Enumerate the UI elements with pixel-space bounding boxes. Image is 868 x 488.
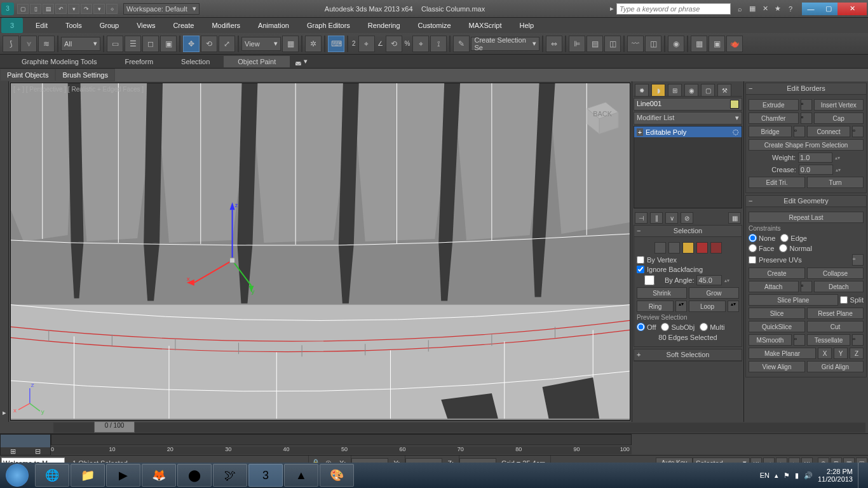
curve-editor[interactable]: 〰: [627, 36, 644, 52]
preserve-uvs-check[interactable]: [749, 256, 756, 264]
menu-create[interactable]: Create: [164, 19, 203, 32]
preview-multi-radio[interactable]: Multi: [700, 323, 724, 331]
time-slider-handle[interactable]: 0 / 100: [94, 421, 135, 433]
detach-button[interactable]: Detach: [814, 281, 864, 292]
menu-customize[interactable]: Customize: [409, 19, 460, 32]
planar-z[interactable]: Z: [850, 348, 864, 359]
object-name-field[interactable]: Line001: [634, 98, 742, 111]
qat-undo[interactable]: ↶: [55, 4, 67, 14]
trackbar-toggle[interactable]: ⊞: [1, 447, 25, 455]
time-slider[interactable]: 0 / 100: [53, 423, 865, 433]
graphite-toggle[interactable]: ◫: [604, 36, 621, 52]
layer-manager[interactable]: ▤: [587, 36, 603, 52]
weight-spinner[interactable]: [798, 152, 832, 163]
select-by-name[interactable]: ☰: [125, 36, 141, 52]
cut-button[interactable]: Cut: [807, 321, 864, 332]
remove-modifier[interactable]: ⊘: [681, 212, 693, 224]
chamfer-settings[interactable]: ▫: [801, 112, 812, 124]
qat-new[interactable]: ▢: [17, 4, 29, 14]
edit-borders-header[interactable]: −Edit Borders: [746, 83, 866, 95]
qat-redo[interactable]: ↷: [81, 4, 92, 14]
qat-open[interactable]: ▯: [30, 4, 41, 14]
taskbar-firefox[interactable]: 🦊: [142, 464, 176, 487]
loop-spinner[interactable]: ▴▾: [728, 301, 739, 312]
menu-modifiers[interactable]: Modifiers: [203, 19, 249, 32]
modify-panel-icon[interactable]: ◗: [651, 84, 665, 97]
subobj-vertex[interactable]: [654, 242, 666, 254]
workspace-dropdown[interactable]: Workspace: Default▾: [123, 3, 200, 15]
constraint-face[interactable]: Face: [749, 244, 774, 252]
modifier-stack[interactable]: + Editable Poly ◌: [634, 126, 742, 208]
help-icon[interactable]: ?: [785, 4, 796, 14]
make-planar-button[interactable]: Make Planar: [749, 348, 816, 359]
menu-tools[interactable]: Tools: [57, 19, 91, 32]
constraint-normal[interactable]: Normal: [779, 244, 811, 252]
create-shape-button[interactable]: Create Shape From Selection: [749, 139, 864, 151]
select-region[interactable]: ◻: [142, 36, 159, 52]
utilities-panel-icon[interactable]: ⚒: [717, 84, 731, 97]
attach-button[interactable]: Attach: [749, 281, 799, 292]
named-selection-sets[interactable]: Create Selection Se▾: [471, 37, 539, 51]
window-maximize[interactable]: ▢: [820, 3, 837, 15]
window-close[interactable]: ✕: [837, 3, 867, 15]
help-search-input[interactable]: [616, 3, 731, 15]
qat-undo-dd[interactable]: ▾: [68, 4, 79, 14]
ring-spinner[interactable]: ▴▾: [675, 301, 687, 312]
connect-settings[interactable]: ▫: [852, 126, 864, 137]
unlink[interactable]: ⟇: [20, 36, 37, 52]
timeline-ruler[interactable]: 010 2030 4050 6070 8090 100: [51, 445, 632, 454]
extrude-button[interactable]: Extrude: [749, 99, 799, 111]
tessellate-settings[interactable]: ▫: [852, 334, 864, 346]
create-button[interactable]: Create: [749, 268, 805, 279]
viewport[interactable]: [ + ] [ Perspective ] [ Realistic + Edge…: [10, 83, 630, 421]
modifier-list-dropdown[interactable]: Modifier List▾: [634, 112, 742, 125]
insert-vertex-button[interactable]: Insert Vertex: [814, 99, 864, 111]
tray-network-icon[interactable]: ▮: [795, 471, 799, 480]
preview-off-radio[interactable]: Off: [637, 323, 656, 331]
ignore-backfacing-check[interactable]: Ignore Backfacing: [637, 266, 739, 273]
qat-link[interactable]: ⟐: [106, 4, 118, 14]
extrude-settings[interactable]: ▫: [801, 99, 812, 111]
menu-views[interactable]: Views: [128, 19, 164, 32]
select-object[interactable]: ▭: [107, 36, 123, 52]
ring-button[interactable]: Ring: [637, 301, 674, 312]
align[interactable]: ⊫: [569, 36, 585, 52]
tray-show-hidden[interactable]: ▴: [775, 471, 778, 480]
snap-2d[interactable]: ⌖: [358, 36, 375, 52]
stack-expand-icon[interactable]: +: [637, 128, 643, 136]
soft-selection-rollout-header[interactable]: +Soft Selection: [634, 349, 742, 361]
ribbon-freeform[interactable]: Freeform: [111, 56, 167, 67]
by-angle-spinner[interactable]: [696, 275, 722, 285]
slice-button[interactable]: Slice: [749, 308, 805, 319]
make-unique[interactable]: ∨: [665, 212, 678, 224]
taskbar-explorer[interactable]: 📁: [71, 464, 105, 487]
trackbar-filter[interactable]: ⊟: [25, 447, 50, 455]
hierarchy-panel-icon[interactable]: ⊞: [668, 84, 682, 97]
render-production[interactable]: 🫖: [726, 36, 743, 52]
selection-rollout-header[interactable]: −Selection: [634, 226, 742, 237]
menu-grapheditors[interactable]: Graph Editors: [298, 19, 359, 32]
infocenter-icon[interactable]: ⌕: [735, 4, 745, 14]
exchange-icon[interactable]: ✕: [760, 4, 770, 14]
view-align-button[interactable]: View Align: [749, 361, 805, 372]
taskbar-ie[interactable]: 🌐: [35, 464, 69, 487]
track-keys[interactable]: [51, 434, 632, 445]
taskbar-mediaplayer[interactable]: ▶: [106, 464, 140, 487]
taskbar-chrome[interactable]: ⬤: [177, 464, 212, 487]
taskbar-paint[interactable]: 🎨: [320, 464, 354, 487]
start-button[interactable]: [0, 463, 34, 488]
collapse-button[interactable]: Collapse: [807, 268, 864, 279]
ribbon-expand-icon[interactable]: ◛ ▾: [290, 55, 313, 67]
tray-clock[interactable]: 2:28 PM11/20/2013: [818, 468, 853, 483]
pin-stack[interactable]: ⊣: [635, 212, 648, 224]
subribbon-paintobjects[interactable]: Paint Objects: [0, 69, 55, 81]
window-minimize[interactable]: —: [802, 3, 820, 15]
ribbon-selection[interactable]: Selection: [167, 56, 224, 67]
window-crossing[interactable]: ▣: [160, 36, 177, 52]
constraint-none[interactable]: None: [749, 234, 775, 242]
subscription-icon[interactable]: ▦: [747, 4, 757, 14]
menu-maxscript[interactable]: MAXScript: [460, 19, 511, 32]
favorite-icon[interactable]: ★: [773, 4, 783, 14]
grow-button[interactable]: Grow: [689, 287, 739, 299]
msmooth-settings[interactable]: ▫: [794, 334, 805, 346]
